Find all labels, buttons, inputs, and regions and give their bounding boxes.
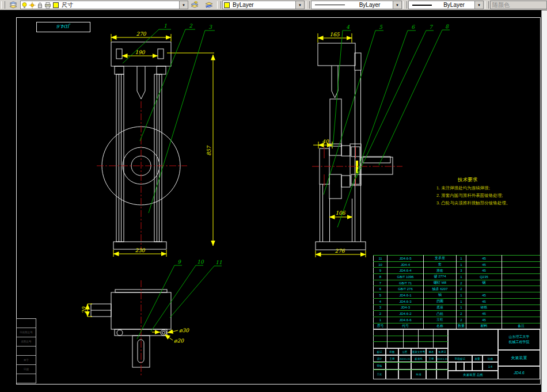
organization-cell: 山东理工大学 机械工程学院 [498,329,540,350]
bom-row: 1JD4.6-6立柱245 [374,317,541,323]
linetype-select[interactable]: ByLayer ▼ [311,1,402,9]
bom-cell: 钢 [466,280,502,286]
bom-cell: 4 [374,298,388,305]
approve-label: 批准 [411,370,426,379]
bom-cell: 滑套 [424,268,457,274]
bom-cell: GB/T 1096 [388,274,424,280]
layer-dropdown-arrow[interactable]: ▼ [179,1,188,9]
toolbar-grip[interactable] [403,1,407,9]
dim-dia20: ø20 [174,338,184,344]
bom-cell: 8 [374,274,388,280]
product-name-cell: 夹紧装置 [498,350,540,366]
dim-165: 165 [329,32,340,37]
dim-dia30: ø30 [179,328,189,333]
dim-106: 106 [335,210,345,216]
toolbar-grip[interactable] [217,1,221,9]
bom-cell [502,298,541,305]
bom-row: 8GB/T 1096键 27741Q235 [374,274,541,280]
design-name: 王强 [386,355,398,362]
leader-label-4: 4 [346,24,350,30]
scale-label: 比例 [483,355,498,362]
linetype-sample [315,5,345,5]
bom-cell: 1 [457,261,466,268]
bom-cell: 套 [424,261,457,268]
binding-strip-row: 日期 [17,365,36,374]
front-view-dimensions: 270 190 230 857 [111,31,214,257]
layer-select[interactable]: 尺寸 ▼ [20,1,188,9]
bom-cell: 45 [466,311,502,317]
leader-label-7: 7 [429,24,433,30]
bom-cell: JD4-4 [388,261,424,268]
standardize-name: 王强 [426,355,436,362]
bom-cell [502,317,541,323]
layer-manager-button[interactable] [7,1,20,9]
stage-mark-label: 阶段标记 [448,355,472,362]
leader-label-3: 3 [208,24,212,30]
bom-cell: JD4.6-5 [388,256,424,262]
org-line-2: 机械工程学院 [509,340,530,345]
binding-strip-row: 旧底图总号 [17,328,36,337]
dim-270: 270 [136,31,146,37]
bom-cell: JD4.6-1 [388,292,424,299]
bom-cell: 1 [457,298,466,305]
binding-strip-row [17,347,36,356]
color-chip [224,2,230,8]
bom-cell: 底座 [424,305,457,311]
color-select[interactable]: ByLayer ▼ [222,1,305,9]
bom-cell: 3 [457,268,466,274]
dim-20: 20 [81,306,87,314]
lineweight-value: ByLayer [432,2,474,8]
dim-40: 40 [322,139,329,144]
tech-req-item: 1. 未注焊接处均为连续焊接; [436,185,490,191]
bom-cell: 6 [374,286,388,292]
toolbar-grip[interactable] [1,1,5,9]
bom-cell: 5 [374,292,388,299]
layers-icon [9,1,17,9]
plot-icon [44,2,51,9]
tech-req-item: 3. 凸轮与尖顶推杆接触部分镀铬处理。 [436,200,510,205]
lineweight-select[interactable]: ByLayer ▼ [408,1,484,9]
bom-cell: 键 2774 [424,274,457,280]
bom-cell: 45 [466,317,502,323]
corner-drawing-code: JD4.6 [56,24,71,29]
linetype-dropdown-arrow[interactable]: ▼ [393,1,401,9]
date-label: 年月日 [436,348,448,355]
leader-label-8: 8 [445,24,449,29]
leader-label-5: 5 [379,24,383,30]
bom-cell: 1 [457,274,466,280]
bom-cell: 轴承 6207 [424,286,457,292]
bom-row: 4JD4.6-3挡圈145 [374,298,541,305]
toolbar-grip[interactable] [306,1,310,9]
bom-row: 9JD4.6-4滑套345 [374,268,541,274]
bom-cell: 2 [374,311,388,317]
toolbar-grip[interactable] [485,1,489,9]
bom-cell: 备注 [502,323,541,329]
leader-label-6: 6 [411,24,415,30]
bom-row: 11JD4.6-5支承座145 [374,256,541,262]
dim-276: 276 [335,248,345,254]
bom-cell: 7 [374,280,388,286]
leader-label-1: 1 [164,23,167,29]
binding-strip: 旧底图总号底图总号签字日期 [16,318,36,383]
sign-label: 签名 [426,348,436,355]
layer-previous-button[interactable] [203,1,215,9]
bom-cell: 2 [457,311,466,317]
binding-strip-row [17,374,36,383]
bom-cell: 11 [374,256,388,262]
layer-current-icon [191,1,199,9]
bom-row: 7GB/T 71螺钉 M82钢 [374,280,541,286]
make-object-layer-current-button[interactable] [189,1,202,9]
bom-cell: 45 [466,268,502,274]
bom-cell: 材料 [466,323,502,329]
layer-color-chip [53,2,59,8]
lineweight-dropdown-arrow[interactable]: ▼ [474,1,483,9]
vertical-scrollbar[interactable] [541,10,547,392]
leader-label-9: 9 [177,259,181,265]
standardize-label: 标准化 [411,355,426,362]
color-dropdown-arrow[interactable]: ▼ [295,1,304,9]
bom-cell: 1 [457,292,466,299]
binding-strip-row: 底图总号 [17,337,36,347]
bom-cell: 名称 [424,323,457,329]
bom-cell: 挡圈 [424,298,457,305]
design-date: 2013.5.15 [398,355,411,362]
